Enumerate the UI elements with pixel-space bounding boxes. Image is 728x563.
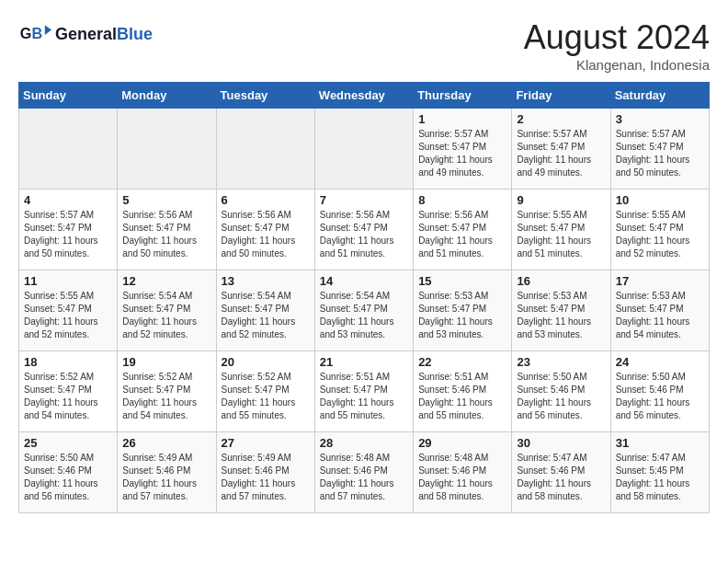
day-number: 17 — [616, 274, 704, 288]
day-info: Sunrise: 5:50 AM Sunset: 5:46 PM Dayligh… — [616, 371, 704, 422]
day-number: 8 — [418, 193, 506, 207]
day-cell: 27Sunrise: 5:49 AM Sunset: 5:46 PM Dayli… — [216, 432, 314, 513]
logo: G B GeneralBlue — [18, 18, 153, 52]
day-number: 1 — [418, 112, 506, 126]
day-info: Sunrise: 5:57 AM Sunset: 5:47 PM Dayligh… — [616, 128, 704, 179]
day-cell — [216, 109, 314, 190]
day-info: Sunrise: 5:51 AM Sunset: 5:46 PM Dayligh… — [418, 371, 506, 422]
day-info: Sunrise: 5:56 AM Sunset: 5:47 PM Dayligh… — [122, 209, 210, 260]
day-number: 15 — [418, 274, 506, 288]
logo-text: GeneralBlue — [55, 26, 153, 44]
header-monday: Monday — [118, 83, 216, 109]
day-info: Sunrise: 5:57 AM Sunset: 5:47 PM Dayligh… — [517, 128, 605, 179]
header-thursday: Thursday — [414, 83, 512, 109]
day-cell: 11Sunrise: 5:55 AM Sunset: 5:47 PM Dayli… — [19, 270, 118, 351]
day-cell: 25Sunrise: 5:50 AM Sunset: 5:46 PM Dayli… — [19, 432, 118, 513]
day-cell: 7Sunrise: 5:56 AM Sunset: 5:47 PM Daylig… — [314, 190, 413, 270]
svg-text:G: G — [20, 25, 32, 41]
svg-text:B: B — [31, 25, 42, 41]
calendar-body: 1Sunrise: 5:57 AM Sunset: 5:47 PM Daylig… — [19, 109, 710, 513]
day-number: 18 — [24, 355, 112, 369]
day-number: 22 — [418, 355, 506, 369]
day-cell — [19, 109, 118, 190]
day-info: Sunrise: 5:56 AM Sunset: 5:47 PM Dayligh… — [222, 209, 310, 260]
day-info: Sunrise: 5:47 AM Sunset: 5:45 PM Dayligh… — [616, 452, 704, 503]
header-saturday: Saturday — [610, 83, 709, 109]
day-number: 11 — [24, 274, 112, 288]
day-cell — [118, 109, 216, 190]
day-number: 13 — [222, 274, 310, 288]
day-cell: 12Sunrise: 5:54 AM Sunset: 5:47 PM Dayli… — [118, 270, 216, 351]
day-number: 25 — [24, 436, 112, 450]
day-cell: 15Sunrise: 5:53 AM Sunset: 5:47 PM Dayli… — [414, 270, 512, 351]
calendar-table: SundayMondayTuesdayWednesdayThursdayFrid… — [18, 82, 710, 513]
logo-icon: G B — [18, 18, 51, 52]
day-info: Sunrise: 5:48 AM Sunset: 5:46 PM Dayligh… — [418, 452, 506, 503]
day-number: 16 — [517, 274, 605, 288]
day-cell: 16Sunrise: 5:53 AM Sunset: 5:47 PM Dayli… — [512, 270, 610, 351]
calendar-subtitle: Klangenan, Indonesia — [524, 57, 710, 73]
calendar-title: August 2024 — [524, 18, 710, 57]
day-cell: 23Sunrise: 5:50 AM Sunset: 5:46 PM Dayli… — [512, 351, 610, 432]
title-block: August 2024 Klangenan, Indonesia — [524, 18, 710, 73]
day-number: 2 — [517, 112, 605, 126]
week-row-3: 11Sunrise: 5:55 AM Sunset: 5:47 PM Dayli… — [19, 270, 710, 351]
day-info: Sunrise: 5:56 AM Sunset: 5:47 PM Dayligh… — [320, 209, 408, 260]
day-info: Sunrise: 5:54 AM Sunset: 5:47 PM Dayligh… — [122, 290, 210, 341]
day-info: Sunrise: 5:48 AM Sunset: 5:46 PM Dayligh… — [320, 452, 408, 503]
day-cell: 9Sunrise: 5:55 AM Sunset: 5:47 PM Daylig… — [512, 190, 610, 270]
day-info: Sunrise: 5:55 AM Sunset: 5:47 PM Dayligh… — [24, 290, 112, 341]
day-info: Sunrise: 5:52 AM Sunset: 5:47 PM Dayligh… — [24, 371, 112, 422]
day-info: Sunrise: 5:50 AM Sunset: 5:46 PM Dayligh… — [24, 452, 112, 503]
day-cell: 10Sunrise: 5:55 AM Sunset: 5:47 PM Dayli… — [610, 190, 709, 270]
day-info: Sunrise: 5:49 AM Sunset: 5:46 PM Dayligh… — [222, 452, 310, 503]
day-info: Sunrise: 5:49 AM Sunset: 5:46 PM Dayligh… — [122, 452, 210, 503]
day-number: 23 — [517, 355, 605, 369]
day-number: 27 — [222, 436, 310, 450]
day-cell: 1Sunrise: 5:57 AM Sunset: 5:47 PM Daylig… — [414, 109, 512, 190]
day-number: 30 — [517, 436, 605, 450]
day-cell: 3Sunrise: 5:57 AM Sunset: 5:47 PM Daylig… — [610, 109, 709, 190]
day-info: Sunrise: 5:55 AM Sunset: 5:47 PM Dayligh… — [517, 209, 605, 260]
day-number: 6 — [222, 193, 310, 207]
day-info: Sunrise: 5:53 AM Sunset: 5:47 PM Dayligh… — [418, 290, 506, 341]
header-wednesday: Wednesday — [314, 83, 413, 109]
calendar-header: SundayMondayTuesdayWednesdayThursdayFrid… — [19, 83, 710, 109]
day-number: 9 — [517, 193, 605, 207]
day-cell: 8Sunrise: 5:56 AM Sunset: 5:47 PM Daylig… — [414, 190, 512, 270]
header-sunday: Sunday — [19, 83, 118, 109]
day-cell: 4Sunrise: 5:57 AM Sunset: 5:47 PM Daylig… — [19, 190, 118, 270]
day-number: 21 — [320, 355, 408, 369]
day-info: Sunrise: 5:53 AM Sunset: 5:47 PM Dayligh… — [517, 290, 605, 341]
day-cell: 18Sunrise: 5:52 AM Sunset: 5:47 PM Dayli… — [19, 351, 118, 432]
week-row-2: 4Sunrise: 5:57 AM Sunset: 5:47 PM Daylig… — [19, 190, 710, 270]
day-number: 7 — [320, 193, 408, 207]
day-number: 29 — [418, 436, 506, 450]
day-number: 20 — [222, 355, 310, 369]
day-cell: 29Sunrise: 5:48 AM Sunset: 5:46 PM Dayli… — [414, 432, 512, 513]
day-cell: 20Sunrise: 5:52 AM Sunset: 5:47 PM Dayli… — [216, 351, 314, 432]
day-cell: 13Sunrise: 5:54 AM Sunset: 5:47 PM Dayli… — [216, 270, 314, 351]
day-info: Sunrise: 5:53 AM Sunset: 5:47 PM Dayligh… — [616, 290, 704, 341]
day-info: Sunrise: 5:54 AM Sunset: 5:47 PM Dayligh… — [320, 290, 408, 341]
day-number: 14 — [320, 274, 408, 288]
day-number: 5 — [122, 193, 210, 207]
day-info: Sunrise: 5:51 AM Sunset: 5:47 PM Dayligh… — [320, 371, 408, 422]
day-number: 19 — [122, 355, 210, 369]
day-cell: 24Sunrise: 5:50 AM Sunset: 5:46 PM Dayli… — [610, 351, 709, 432]
day-cell: 30Sunrise: 5:47 AM Sunset: 5:46 PM Dayli… — [512, 432, 610, 513]
day-number: 3 — [616, 112, 704, 126]
day-cell: 22Sunrise: 5:51 AM Sunset: 5:46 PM Dayli… — [414, 351, 512, 432]
day-number: 31 — [616, 436, 704, 450]
day-cell: 2Sunrise: 5:57 AM Sunset: 5:47 PM Daylig… — [512, 109, 610, 190]
day-cell: 6Sunrise: 5:56 AM Sunset: 5:47 PM Daylig… — [216, 190, 314, 270]
day-info: Sunrise: 5:55 AM Sunset: 5:47 PM Dayligh… — [616, 209, 704, 260]
day-cell: 28Sunrise: 5:48 AM Sunset: 5:46 PM Dayli… — [314, 432, 413, 513]
week-row-1: 1Sunrise: 5:57 AM Sunset: 5:47 PM Daylig… — [19, 109, 710, 190]
day-cell: 26Sunrise: 5:49 AM Sunset: 5:46 PM Dayli… — [118, 432, 216, 513]
header-friday: Friday — [512, 83, 610, 109]
day-info: Sunrise: 5:57 AM Sunset: 5:47 PM Dayligh… — [24, 209, 112, 260]
header-tuesday: Tuesday — [216, 83, 314, 109]
day-cell: 31Sunrise: 5:47 AM Sunset: 5:45 PM Dayli… — [610, 432, 709, 513]
day-number: 28 — [320, 436, 408, 450]
